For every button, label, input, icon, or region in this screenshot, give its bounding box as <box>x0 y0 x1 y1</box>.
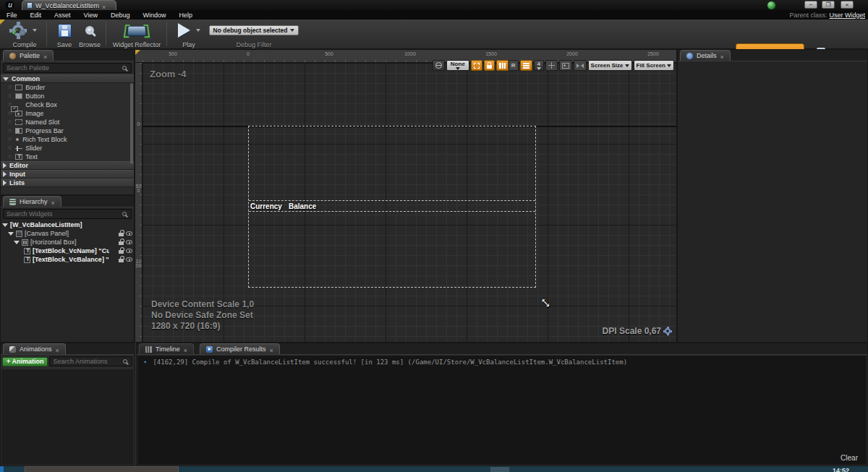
favorite-star-icon[interactable]: ☆ <box>7 128 12 134</box>
hierarchy-row-textblock-vcname[interactable]: [TextBlock_VcName] "Currency" <box>1 246 134 255</box>
rotation-snap-button[interactable]: R <box>509 60 519 71</box>
maximize-button[interactable]: ❐ <box>822 1 835 9</box>
lock-icon[interactable] <box>119 259 124 262</box>
menu-help[interactable]: Help <box>172 12 199 19</box>
hierarchy-row-textblock-vcbalance[interactable]: [TextBlock_VcBalance] "Balance" <box>1 255 134 264</box>
toggle-lock-button[interactable] <box>484 60 495 71</box>
palette-item-slider[interactable]: ☆Slider <box>1 144 134 153</box>
favorite-star-icon[interactable]: ☆ <box>7 119 12 125</box>
menu-debug[interactable]: Debug <box>104 12 137 19</box>
palette-item-checkbox[interactable]: ☆Check Box <box>1 100 134 109</box>
taskbar-app-button[interactable] <box>25 466 179 472</box>
palette-item-namedslot[interactable]: ☆Named Slot <box>1 118 134 126</box>
timeline-tab-close-icon[interactable] <box>184 343 187 356</box>
lock-icon[interactable] <box>119 241 124 245</box>
fill-screen-dropdown[interactable]: Fill Screen <box>634 60 674 71</box>
widget-reflector-button[interactable]: Widget Reflector <box>110 21 163 48</box>
chevron-down-icon[interactable] <box>14 241 20 244</box>
hierarchy-tab[interactable]: Hierarchy <box>3 196 61 207</box>
favorite-star-icon[interactable]: ☆ <box>7 137 12 142</box>
timeline-tab[interactable]: Timeline <box>139 343 194 354</box>
hierarchy-row-root[interactable]: [W_VcBalanceListItem] <box>1 220 134 229</box>
palette-search-input[interactable] <box>4 64 131 72</box>
designer-viewport[interactable]: 500 0 500 1000 1500 2000 2500 0 500 1000… <box>135 49 677 343</box>
favorite-star-icon[interactable]: ☆ <box>7 154 12 160</box>
preview-state-dropdown[interactable]: None <box>446 60 469 71</box>
toggle-layout-button[interactable] <box>520 60 532 71</box>
hierarchy-tab-close-icon[interactable] <box>51 195 55 208</box>
search-icon <box>122 212 127 216</box>
hierarchy-search-input[interactable] <box>4 210 131 218</box>
details-tab[interactable]: Details <box>680 50 731 61</box>
palette-category-input[interactable]: Input <box>1 170 134 179</box>
play-options-caret-icon[interactable] <box>196 29 200 32</box>
start-button-edge[interactable] <box>0 466 4 472</box>
dpi-settings-gear-icon[interactable] <box>665 328 671 334</box>
animations-tab-close-icon[interactable] <box>56 343 59 356</box>
chevron-down-icon[interactable] <box>2 223 8 227</box>
preview-background-button[interactable] <box>559 60 572 71</box>
palette-category-editor[interactable]: Editor <box>1 161 134 170</box>
minimize-button[interactable]: − <box>804 1 817 9</box>
screen-size-dropdown[interactable]: Screen Size <box>588 60 632 71</box>
menu-window[interactable]: Window <box>136 12 172 19</box>
grid-snap-size-dropdown[interactable]: 4 <box>534 60 544 71</box>
compile-button[interactable]: ✓ Compile <box>6 21 43 48</box>
save-button[interactable]: Save <box>52 21 77 48</box>
toggle-outlines-button[interactable] <box>471 60 482 71</box>
visibility-eye-icon[interactable] <box>126 231 132 236</box>
hierarchy-row-canvas-panel[interactable]: [Canvas Panel] <box>1 229 134 238</box>
palette-item-progressbar[interactable]: ☆Progress Bar <box>1 126 134 135</box>
lock-icon[interactable] <box>119 233 124 236</box>
animations-search-input[interactable] <box>50 357 132 366</box>
browse-button[interactable]: Browse <box>75 21 104 48</box>
named-slot-widget-icon <box>15 119 22 125</box>
flip-preview-button[interactable] <box>574 60 587 71</box>
asset-tab[interactable]: W_VcBalanceListItem <box>22 0 116 10</box>
palette-category-common[interactable]: Common <box>1 74 134 83</box>
details-tab-close-icon[interactable] <box>720 49 724 62</box>
launcher-orb-icon[interactable] <box>767 1 776 10</box>
canvas-grid[interactable]: Zoom -4 Currency Balance ↖↘ Device Conte… <box>142 63 676 342</box>
favorite-star-icon[interactable]: ☆ <box>7 93 12 99</box>
parent-class-link[interactable]: User Widget <box>829 12 865 19</box>
close-button[interactable]: × <box>841 1 854 9</box>
debug-filter-dropdown[interactable]: No debug object selected <box>209 25 299 35</box>
taskbar-tray-button[interactable] <box>490 467 509 472</box>
localization-preview-button[interactable] <box>433 60 445 71</box>
visibility-eye-icon[interactable] <box>126 240 132 244</box>
visibility-eye-icon[interactable] <box>126 249 132 253</box>
palette-item-border[interactable]: ☆Border <box>1 83 134 92</box>
palette-item-text[interactable]: ☆Text <box>1 153 134 161</box>
menu-edit[interactable]: Edit <box>24 12 48 19</box>
palette-tab-close-icon[interactable] <box>43 49 47 62</box>
chevron-down-icon[interactable] <box>8 232 14 236</box>
lock-icon[interactable] <box>119 250 124 254</box>
favorite-star-icon[interactable]: ☆ <box>7 85 12 90</box>
compile-options-caret-icon[interactable] <box>33 29 37 32</box>
menu-file[interactable]: File <box>0 12 24 19</box>
compiler-results-tab[interactable]: Compiler Results <box>200 343 280 354</box>
horizontal-box-icon <box>22 239 28 246</box>
compiler-results-tab-close-icon[interactable] <box>269 343 273 356</box>
palette-item-richtext[interactable]: ☆Rich Text Block <box>1 135 134 144</box>
visibility-eye-icon[interactable] <box>126 257 132 262</box>
favorite-star-icon[interactable]: ☆ <box>7 145 12 151</box>
text-widget-icon <box>15 154 22 160</box>
anchor-tool-button[interactable] <box>545 60 558 71</box>
animations-tab[interactable]: Animations <box>3 343 66 354</box>
palette-item-button[interactable]: ☆Button <box>1 92 134 100</box>
button-widget-icon <box>15 93 22 99</box>
widget-selection-outline[interactable]: Currency Balance <box>248 126 536 288</box>
palette-category-lists[interactable]: Lists <box>1 179 134 187</box>
palette-item-image[interactable]: ☆Image <box>1 109 134 118</box>
add-animation-button[interactable]: + Animation <box>2 357 48 366</box>
palette-scrollbar[interactable] <box>130 83 133 164</box>
hierarchy-row-horizontal-box[interactable]: [Horizontal Box] <box>1 238 134 246</box>
play-button[interactable]: Play <box>172 21 205 48</box>
menu-view[interactable]: View <box>77 12 104 19</box>
palette-tab[interactable]: Palette <box>3 50 54 61</box>
menu-asset[interactable]: Asset <box>48 12 77 19</box>
toggle-grid-snap-button[interactable] <box>496 60 509 71</box>
clear-log-button[interactable]: Clear <box>841 454 858 462</box>
